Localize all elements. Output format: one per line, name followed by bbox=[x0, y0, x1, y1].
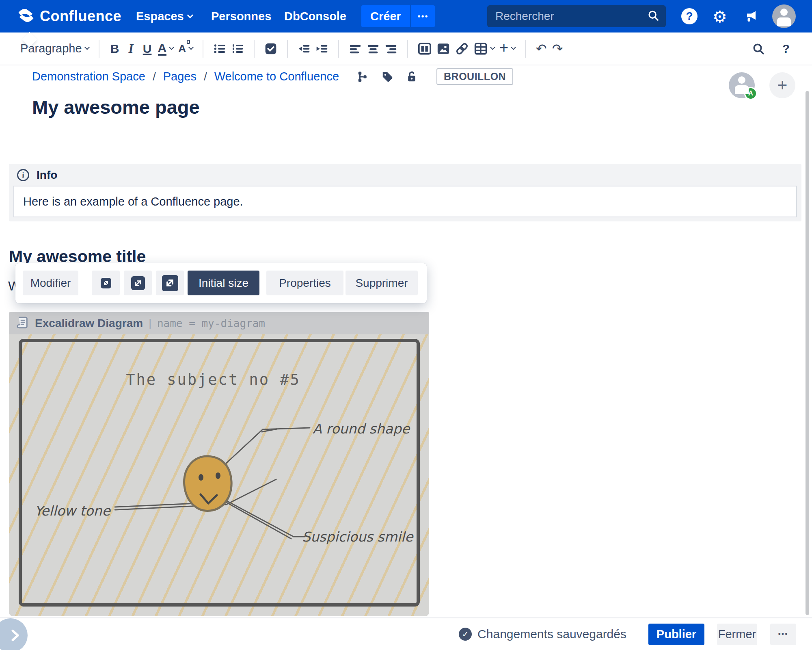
align-right-button[interactable] bbox=[382, 37, 400, 60]
macro-params-label: name = my-diagram bbox=[157, 317, 265, 329]
page-actions: A + bbox=[729, 72, 795, 98]
global-search[interactable] bbox=[487, 5, 666, 27]
confluence-logo[interactable]: Confluence bbox=[17, 0, 121, 32]
redo-button[interactable]: ↷ bbox=[549, 37, 566, 60]
align-left-button[interactable] bbox=[346, 37, 364, 60]
toolbar-divider bbox=[287, 40, 288, 58]
page-layout-button[interactable] bbox=[415, 37, 434, 60]
editor-help-button[interactable]: ? bbox=[778, 37, 794, 60]
info-macro-panel[interactable]: i Info Here is an example of a Confluenc… bbox=[9, 164, 801, 221]
create-more-button[interactable]: ••• bbox=[411, 5, 435, 27]
footer-more-button[interactable]: ••• bbox=[770, 624, 796, 645]
numbered-list-button[interactable] bbox=[229, 37, 246, 60]
chevron-down-icon bbox=[511, 45, 516, 50]
avatar-status-badge: A bbox=[744, 87, 757, 100]
toolbar-divider bbox=[203, 40, 203, 58]
face-eye-right bbox=[216, 472, 220, 479]
insert-image-button[interactable] bbox=[434, 37, 453, 60]
editor-avatar[interactable]: A bbox=[729, 72, 755, 98]
scroll-document-icon bbox=[15, 316, 29, 331]
toolbar-divider bbox=[254, 40, 255, 58]
chevron-down-icon bbox=[490, 45, 495, 50]
bold-button[interactable]: B bbox=[107, 37, 123, 60]
find-replace-button[interactable] bbox=[749, 37, 767, 60]
outdent-button[interactable] bbox=[295, 37, 313, 60]
search-icon bbox=[647, 9, 659, 23]
chevron-down-icon bbox=[188, 45, 194, 50]
help-icon[interactable]: ? bbox=[681, 8, 698, 24]
align-center-button[interactable] bbox=[364, 37, 382, 60]
breadcrumb-pages-link[interactable]: Pages bbox=[163, 70, 197, 83]
task-list-button[interactable] bbox=[262, 37, 280, 60]
create-button[interactable]: Créer bbox=[361, 5, 410, 27]
megaphone-icon[interactable] bbox=[742, 8, 759, 25]
insert-link-button[interactable] bbox=[453, 37, 471, 60]
toolbar-divider bbox=[525, 40, 526, 58]
text-color-dropdown[interactable]: A bbox=[155, 37, 176, 60]
label-round-shape: A round shape bbox=[313, 421, 410, 437]
macro-resize-medium-button[interactable] bbox=[124, 271, 152, 295]
toolbar-divider bbox=[338, 40, 339, 58]
insert-table-dropdown[interactable] bbox=[471, 37, 497, 60]
label-suspicious-smile: Suspicious smile bbox=[302, 529, 414, 545]
confluence-editor: Confluence Espaces Personnes DbConsole C… bbox=[0, 0, 812, 650]
insert-more-dropdown[interactable]: + bbox=[497, 37, 518, 60]
close-button[interactable]: Fermer bbox=[717, 624, 757, 645]
face-eye-left bbox=[199, 474, 203, 481]
macro-initial-size-button[interactable]: Initial size bbox=[188, 271, 259, 295]
macro-edit-button[interactable]: Modifier bbox=[23, 271, 78, 295]
editor-footer-bar: ✓ Changements sauvegardés Publier Fermer… bbox=[0, 618, 812, 650]
editor-toolbar: Paragraphe B I U A A bbox=[0, 32, 812, 65]
chevron-down-icon bbox=[169, 45, 174, 50]
save-status: ✓ Changements sauvegardés bbox=[459, 627, 626, 641]
macro-header[interactable]: Excalidraw Diagram | name = my-diagram bbox=[9, 312, 429, 334]
macro-separator: | bbox=[149, 317, 151, 329]
resize-large-icon bbox=[162, 275, 178, 291]
toolbar-divider bbox=[407, 40, 408, 58]
nav-people[interactable]: Personnes bbox=[211, 0, 271, 32]
page-tree-icon[interactable] bbox=[357, 71, 369, 83]
save-status-text: Changements sauvegardés bbox=[477, 627, 626, 641]
info-panel-body[interactable]: Here is an example of a Confluence page. bbox=[13, 186, 797, 217]
vertical-scrollbar-thumb[interactable] bbox=[806, 91, 809, 615]
breadcrumb-separator: / bbox=[204, 70, 207, 83]
info-panel-title: Info bbox=[37, 169, 57, 182]
italic-button[interactable]: I bbox=[123, 37, 139, 60]
top-navigation-bar: Confluence Espaces Personnes DbConsole C… bbox=[0, 0, 812, 32]
search-input[interactable] bbox=[495, 10, 647, 23]
user-avatar[interactable] bbox=[772, 4, 796, 28]
label-yellow-tone: Yellow tone bbox=[35, 503, 111, 519]
logo-wordmark: Confluence bbox=[40, 8, 121, 25]
resize-medium-icon bbox=[131, 276, 145, 290]
gear-icon[interactable]: ⚙ bbox=[711, 8, 728, 25]
invite-plus-button[interactable]: + bbox=[769, 72, 795, 98]
breadcrumb-separator: / bbox=[153, 70, 156, 83]
labels-tag-icon[interactable] bbox=[381, 71, 393, 83]
macro-floating-toolbar: Modifier Initial size Properties Supprim… bbox=[15, 263, 427, 303]
nav-dbconsole[interactable]: DbConsole bbox=[284, 0, 346, 32]
macro-resize-large-button[interactable] bbox=[156, 271, 184, 295]
confluence-logo-icon bbox=[17, 6, 35, 26]
breadcrumb-parent-page-link[interactable]: Welcome to Confluence bbox=[214, 70, 339, 83]
underline-button[interactable]: U bbox=[139, 37, 155, 60]
face-drawing bbox=[184, 456, 232, 511]
draft-status-badge: BROUILLON bbox=[436, 68, 513, 85]
breadcrumb-space-link[interactable]: Demonstration Space bbox=[32, 70, 145, 83]
indent-button[interactable] bbox=[313, 37, 331, 60]
bullet-list-button[interactable] bbox=[211, 37, 229, 60]
breadcrumb: Demonstration Space / Pages / Welcome to… bbox=[32, 68, 513, 85]
unlock-icon[interactable] bbox=[406, 71, 418, 83]
more-formatting-dropdown[interactable]: A bbox=[176, 37, 195, 60]
info-icon: i bbox=[17, 169, 29, 181]
nav-spaces[interactable]: Espaces bbox=[136, 0, 192, 32]
undo-button[interactable]: ↶ bbox=[533, 37, 549, 60]
page-title[interactable]: My awesome page bbox=[32, 96, 200, 118]
resize-small-icon bbox=[101, 278, 111, 288]
excalidraw-diagram-preview[interactable]: The subject no #5 A round shape Yellow t… bbox=[9, 334, 429, 616]
macro-delete-button[interactable]: Supprimer bbox=[346, 271, 418, 295]
macro-resize-small-button[interactable] bbox=[92, 271, 120, 295]
chevron-right-icon bbox=[8, 628, 22, 642]
publish-button[interactable]: Publier bbox=[648, 624, 704, 645]
excalidraw-canvas: The subject no #5 A round shape Yellow t… bbox=[9, 334, 429, 616]
macro-properties-button[interactable]: Properties bbox=[266, 271, 343, 295]
